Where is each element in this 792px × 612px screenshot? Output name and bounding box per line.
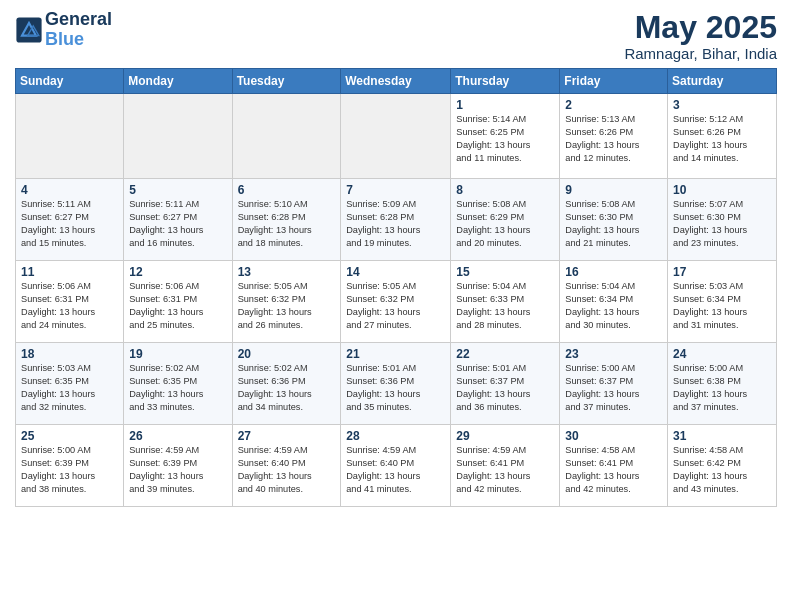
- day-info: Sunrise: 5:00 AM Sunset: 6:38 PM Dayligh…: [673, 362, 771, 414]
- day-info: Sunrise: 5:02 AM Sunset: 6:36 PM Dayligh…: [238, 362, 336, 414]
- day-number: 6: [238, 183, 336, 197]
- day-number: 5: [129, 183, 226, 197]
- calendar-header-row: Sunday Monday Tuesday Wednesday Thursday…: [16, 69, 777, 94]
- table-row: 10Sunrise: 5:07 AM Sunset: 6:30 PM Dayli…: [668, 179, 777, 261]
- day-number: 8: [456, 183, 554, 197]
- col-friday: Friday: [560, 69, 668, 94]
- header: General Blue May 2025 Ramnagar, Bihar, I…: [15, 10, 777, 62]
- table-row: 1Sunrise: 5:14 AM Sunset: 6:25 PM Daylig…: [451, 94, 560, 179]
- calendar-week-row: 25Sunrise: 5:00 AM Sunset: 6:39 PM Dayli…: [16, 425, 777, 507]
- table-row: 6Sunrise: 5:10 AM Sunset: 6:28 PM Daylig…: [232, 179, 341, 261]
- table-row: 31Sunrise: 4:58 AM Sunset: 6:42 PM Dayli…: [668, 425, 777, 507]
- day-info: Sunrise: 5:01 AM Sunset: 6:36 PM Dayligh…: [346, 362, 445, 414]
- day-info: Sunrise: 4:58 AM Sunset: 6:42 PM Dayligh…: [673, 444, 771, 496]
- col-monday: Monday: [124, 69, 232, 94]
- day-number: 21: [346, 347, 445, 361]
- day-number: 4: [21, 183, 118, 197]
- day-number: 24: [673, 347, 771, 361]
- page: General Blue May 2025 Ramnagar, Bihar, I…: [0, 0, 792, 517]
- col-thursday: Thursday: [451, 69, 560, 94]
- day-info: Sunrise: 5:11 AM Sunset: 6:27 PM Dayligh…: [21, 198, 118, 250]
- day-number: 2: [565, 98, 662, 112]
- day-number: 26: [129, 429, 226, 443]
- calendar-week-row: 4Sunrise: 5:11 AM Sunset: 6:27 PM Daylig…: [16, 179, 777, 261]
- col-wednesday: Wednesday: [341, 69, 451, 94]
- logo-line2: Blue: [45, 30, 112, 50]
- day-info: Sunrise: 5:13 AM Sunset: 6:26 PM Dayligh…: [565, 113, 662, 165]
- day-number: 19: [129, 347, 226, 361]
- logo-line1: General: [45, 10, 112, 30]
- day-number: 9: [565, 183, 662, 197]
- day-info: Sunrise: 5:10 AM Sunset: 6:28 PM Dayligh…: [238, 198, 336, 250]
- table-row: 30Sunrise: 4:58 AM Sunset: 6:41 PM Dayli…: [560, 425, 668, 507]
- table-row: 12Sunrise: 5:06 AM Sunset: 6:31 PM Dayli…: [124, 261, 232, 343]
- day-number: 31: [673, 429, 771, 443]
- day-number: 25: [21, 429, 118, 443]
- table-row: 8Sunrise: 5:08 AM Sunset: 6:29 PM Daylig…: [451, 179, 560, 261]
- day-info: Sunrise: 5:09 AM Sunset: 6:28 PM Dayligh…: [346, 198, 445, 250]
- day-number: 15: [456, 265, 554, 279]
- table-row: 17Sunrise: 5:03 AM Sunset: 6:34 PM Dayli…: [668, 261, 777, 343]
- day-info: Sunrise: 5:14 AM Sunset: 6:25 PM Dayligh…: [456, 113, 554, 165]
- day-number: 30: [565, 429, 662, 443]
- table-row: 14Sunrise: 5:05 AM Sunset: 6:32 PM Dayli…: [341, 261, 451, 343]
- table-row: 16Sunrise: 5:04 AM Sunset: 6:34 PM Dayli…: [560, 261, 668, 343]
- day-info: Sunrise: 5:11 AM Sunset: 6:27 PM Dayligh…: [129, 198, 226, 250]
- calendar-subtitle: Ramnagar, Bihar, India: [624, 45, 777, 62]
- table-row: 28Sunrise: 4:59 AM Sunset: 6:40 PM Dayli…: [341, 425, 451, 507]
- calendar-week-row: 11Sunrise: 5:06 AM Sunset: 6:31 PM Dayli…: [16, 261, 777, 343]
- day-info: Sunrise: 5:02 AM Sunset: 6:35 PM Dayligh…: [129, 362, 226, 414]
- table-row: 20Sunrise: 5:02 AM Sunset: 6:36 PM Dayli…: [232, 343, 341, 425]
- day-info: Sunrise: 5:06 AM Sunset: 6:31 PM Dayligh…: [21, 280, 118, 332]
- table-row: 22Sunrise: 5:01 AM Sunset: 6:37 PM Dayli…: [451, 343, 560, 425]
- day-info: Sunrise: 4:59 AM Sunset: 6:41 PM Dayligh…: [456, 444, 554, 496]
- calendar-week-row: 18Sunrise: 5:03 AM Sunset: 6:35 PM Dayli…: [16, 343, 777, 425]
- table-row: [232, 94, 341, 179]
- day-info: Sunrise: 4:59 AM Sunset: 6:40 PM Dayligh…: [238, 444, 336, 496]
- table-row: [124, 94, 232, 179]
- logo-icon: [15, 16, 43, 44]
- table-row: 21Sunrise: 5:01 AM Sunset: 6:36 PM Dayli…: [341, 343, 451, 425]
- day-info: Sunrise: 5:05 AM Sunset: 6:32 PM Dayligh…: [238, 280, 336, 332]
- day-info: Sunrise: 5:06 AM Sunset: 6:31 PM Dayligh…: [129, 280, 226, 332]
- day-info: Sunrise: 5:03 AM Sunset: 6:34 PM Dayligh…: [673, 280, 771, 332]
- day-info: Sunrise: 5:07 AM Sunset: 6:30 PM Dayligh…: [673, 198, 771, 250]
- table-row: 15Sunrise: 5:04 AM Sunset: 6:33 PM Dayli…: [451, 261, 560, 343]
- day-number: 20: [238, 347, 336, 361]
- day-info: Sunrise: 5:01 AM Sunset: 6:37 PM Dayligh…: [456, 362, 554, 414]
- day-number: 3: [673, 98, 771, 112]
- day-number: 29: [456, 429, 554, 443]
- day-info: Sunrise: 5:04 AM Sunset: 6:33 PM Dayligh…: [456, 280, 554, 332]
- day-info: Sunrise: 4:58 AM Sunset: 6:41 PM Dayligh…: [565, 444, 662, 496]
- day-number: 27: [238, 429, 336, 443]
- col-saturday: Saturday: [668, 69, 777, 94]
- day-info: Sunrise: 4:59 AM Sunset: 6:40 PM Dayligh…: [346, 444, 445, 496]
- table-row: 19Sunrise: 5:02 AM Sunset: 6:35 PM Dayli…: [124, 343, 232, 425]
- day-number: 13: [238, 265, 336, 279]
- day-number: 10: [673, 183, 771, 197]
- table-row: 24Sunrise: 5:00 AM Sunset: 6:38 PM Dayli…: [668, 343, 777, 425]
- day-number: 1: [456, 98, 554, 112]
- day-info: Sunrise: 4:59 AM Sunset: 6:39 PM Dayligh…: [129, 444, 226, 496]
- day-info: Sunrise: 5:00 AM Sunset: 6:37 PM Dayligh…: [565, 362, 662, 414]
- day-number: 11: [21, 265, 118, 279]
- day-number: 18: [21, 347, 118, 361]
- day-info: Sunrise: 5:05 AM Sunset: 6:32 PM Dayligh…: [346, 280, 445, 332]
- day-info: Sunrise: 5:08 AM Sunset: 6:30 PM Dayligh…: [565, 198, 662, 250]
- calendar-table: Sunday Monday Tuesday Wednesday Thursday…: [15, 68, 777, 507]
- day-info: Sunrise: 5:03 AM Sunset: 6:35 PM Dayligh…: [21, 362, 118, 414]
- table-row: 23Sunrise: 5:00 AM Sunset: 6:37 PM Dayli…: [560, 343, 668, 425]
- table-row: 11Sunrise: 5:06 AM Sunset: 6:31 PM Dayli…: [16, 261, 124, 343]
- table-row: 3Sunrise: 5:12 AM Sunset: 6:26 PM Daylig…: [668, 94, 777, 179]
- logo: General Blue: [15, 10, 112, 50]
- day-number: 17: [673, 265, 771, 279]
- day-number: 7: [346, 183, 445, 197]
- col-sunday: Sunday: [16, 69, 124, 94]
- table-row: [341, 94, 451, 179]
- day-info: Sunrise: 5:04 AM Sunset: 6:34 PM Dayligh…: [565, 280, 662, 332]
- table-row: 27Sunrise: 4:59 AM Sunset: 6:40 PM Dayli…: [232, 425, 341, 507]
- day-number: 23: [565, 347, 662, 361]
- table-row: 25Sunrise: 5:00 AM Sunset: 6:39 PM Dayli…: [16, 425, 124, 507]
- table-row: 2Sunrise: 5:13 AM Sunset: 6:26 PM Daylig…: [560, 94, 668, 179]
- table-row: [16, 94, 124, 179]
